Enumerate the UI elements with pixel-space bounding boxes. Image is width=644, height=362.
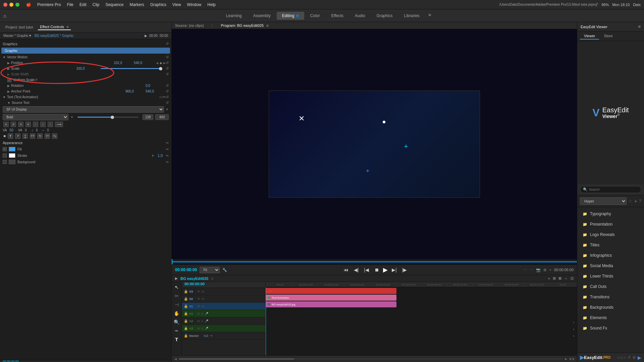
playhead[interactable] xyxy=(266,287,266,355)
v1-lock[interactable]: 🔒 xyxy=(184,304,188,308)
zoom-fit[interactable]: S S xyxy=(569,357,574,361)
a1-lock[interactable]: 🔒 xyxy=(184,312,188,315)
align-left[interactable]: ≡ xyxy=(3,122,9,127)
go-to-in-btn[interactable]: ⏮ xyxy=(342,266,350,273)
scale-slider[interactable] xyxy=(101,68,162,69)
minimize-button[interactable] xyxy=(9,3,13,7)
timeline-tool4[interactable]: ↔ xyxy=(564,277,568,281)
category-transitions[interactable]: 📁 Transitions xyxy=(579,292,643,302)
align-center[interactable]: ≡ xyxy=(11,122,16,127)
menu-view[interactable]: View xyxy=(172,2,181,7)
tab-audio[interactable]: Audio xyxy=(350,12,371,20)
timeline-tool1[interactable]: + xyxy=(548,277,550,281)
category-lower-thirds[interactable]: 📁 Lower Thirds xyxy=(579,271,643,281)
tab-store[interactable]: Store xyxy=(600,33,616,40)
v3-eye[interactable]: 👁 xyxy=(197,290,200,293)
tab-learning[interactable]: Learning xyxy=(221,12,247,20)
stop-btn[interactable]: ⏹ xyxy=(373,266,380,273)
size-slider[interactable] xyxy=(77,117,139,118)
scale-row[interactable]: ▶ Scale 100,0 ↺ xyxy=(5,66,171,71)
reset-all-icon[interactable]: ↺ xyxy=(166,42,169,46)
select-tool[interactable]: ↖ xyxy=(175,285,179,290)
category-titles[interactable]: 📁 Titles xyxy=(579,240,643,250)
position-reset[interactable]: ↺ xyxy=(166,61,169,65)
menu-window[interactable]: Window xyxy=(187,2,202,7)
font-select[interactable]: SF UI Display xyxy=(3,106,164,113)
v2-mute[interactable]: M xyxy=(202,297,204,301)
v1-eye[interactable]: 👁 xyxy=(197,305,200,308)
timeline-tool3[interactable]: ⊠ xyxy=(558,276,561,281)
zoom-tool[interactable]: 🔍 xyxy=(174,319,179,325)
all-caps-btn[interactable]: Tr xyxy=(37,133,43,139)
sequence-settings-icon[interactable]: ≡ xyxy=(211,277,213,281)
a3-solo-s[interactable]: S xyxy=(201,327,203,330)
fit-select[interactable]: Fit 25% 50% 75% 100% xyxy=(200,267,220,273)
stroke-checkbox[interactable] xyxy=(3,154,7,158)
keyframe-next[interactable]: ▶ xyxy=(163,61,166,65)
tab-libraries[interactable]: Libraries xyxy=(399,12,425,20)
a1-mute-m[interactable]: M xyxy=(197,312,200,315)
category-call-outs[interactable]: 📁 Call Outs xyxy=(579,282,643,292)
bold-btn[interactable]: T xyxy=(8,133,13,139)
v3-mute[interactable]: M xyxy=(202,290,204,293)
menu-sequence[interactable]: Sequence xyxy=(105,2,123,7)
clip-v2[interactable]: Text Animation xyxy=(266,295,396,301)
rewind-btn[interactable]: |◀ xyxy=(363,266,370,273)
menu-file[interactable]: File xyxy=(67,2,73,7)
add-btn[interactable]: + xyxy=(549,268,551,272)
category-logo-reveals[interactable]: 📁 Logo Reveals xyxy=(579,230,643,240)
uniform-scale-reset[interactable]: ↺ xyxy=(35,78,38,82)
star-icon[interactable]: ☆ xyxy=(629,199,632,203)
timeline-content[interactable]: 00:00 00:00:01:00 00:00:02:00 00:00:03:0… xyxy=(266,282,577,355)
hand-tool[interactable]: ✋ xyxy=(174,311,179,316)
add-preset-btn[interactable]: + xyxy=(634,198,637,204)
razor-tool[interactable]: ✂ xyxy=(175,293,179,299)
tab-effects[interactable]: Effects xyxy=(326,12,348,20)
progress-thumb[interactable] xyxy=(172,259,172,264)
subscript-btn[interactable]: T₂ xyxy=(52,133,57,139)
category-infographics[interactable]: 📁 Infographics xyxy=(579,250,643,260)
menu-clip[interactable]: Clip xyxy=(93,2,100,7)
timeline-tool2[interactable]: ⊞ xyxy=(553,276,556,281)
progress-container[interactable] xyxy=(172,259,577,264)
tab-stop[interactable]: ⟶ xyxy=(55,122,63,127)
apple-menu[interactable]: 🍎 xyxy=(26,2,31,7)
menu-markers[interactable]: Markers xyxy=(129,2,144,7)
play-btn[interactable]: ▶ xyxy=(383,266,388,274)
clip-v3[interactable]: → xyxy=(266,288,396,294)
project-tab[interactable]: Project: text tutor xyxy=(3,24,35,30)
weight-select[interactable]: Bold xyxy=(3,114,68,120)
timeline-scrollbar[interactable] xyxy=(179,358,563,360)
a3-lock[interactable]: 🔒 xyxy=(184,326,188,330)
master-trim[interactable]: ⊣ xyxy=(210,334,212,338)
anchor-point-row[interactable]: ▶ Anchor Point 960,0 540,0 ↺ xyxy=(5,88,171,94)
align-bottom[interactable]: ↓ xyxy=(48,122,53,127)
a2-mic[interactable]: 🎤 xyxy=(205,319,208,323)
menu-premiere[interactable]: Premiere Pro xyxy=(37,2,61,7)
a1-mic[interactable]: 🎤 xyxy=(205,312,208,315)
category-backgrounds[interactable]: 📁 Backgrounds xyxy=(579,302,643,312)
stroke-eyedropper[interactable]: ✏ xyxy=(166,154,169,158)
underline-btn[interactable]: T xyxy=(22,133,28,139)
category-typography[interactable]: 📁 Typography xyxy=(579,209,643,219)
type-tool[interactable]: T xyxy=(175,337,178,342)
settings-icon[interactable]: ≡ xyxy=(638,24,641,29)
source-text-reset[interactable]: ↺ xyxy=(166,101,169,105)
uniform-scale-checkbox[interactable] xyxy=(7,78,11,82)
stroke-add[interactable]: + xyxy=(152,153,154,158)
search-input[interactable] xyxy=(589,188,638,191)
background-eyedropper[interactable]: ✏ xyxy=(166,160,169,164)
in-mark-icon[interactable]: ⋯ xyxy=(523,268,527,272)
tab-color[interactable]: Color xyxy=(305,12,325,20)
keyframe-prev[interactable]: ◀ xyxy=(156,61,158,65)
easyedit-btn[interactable]: ▶ xyxy=(638,355,641,360)
ripple-tool[interactable]: ⊣ xyxy=(175,302,179,307)
go-to-out-btn[interactable]: |▶ xyxy=(401,266,409,273)
category-elements[interactable]: 📁 Elements xyxy=(579,313,643,323)
align-right[interactable]: ≡ xyxy=(18,122,23,127)
mac-menu[interactable]: 🍎 Premiere Pro File Edit Clip Sequence M… xyxy=(26,2,216,7)
window-controls[interactable] xyxy=(3,3,19,7)
tab-graphics[interactable]: Graphics xyxy=(371,12,398,20)
leading-val[interactable]: 6 xyxy=(36,128,38,132)
size-input2[interactable] xyxy=(155,114,169,120)
